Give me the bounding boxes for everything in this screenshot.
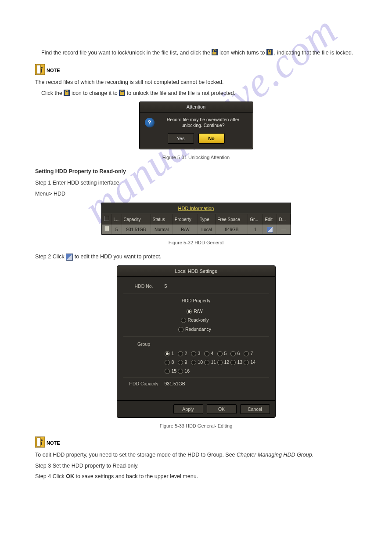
radio-group-10[interactable]: 10 — [191, 359, 204, 366]
checkbox-header[interactable] — [102, 214, 112, 225]
svg-rect-7 — [41, 69, 42, 73]
radio-group-5[interactable]: 5 — [217, 350, 230, 357]
radio-group-14[interactable]: 14 — [244, 359, 257, 366]
figure-caption: Figure 5-32 HDD General — [35, 239, 357, 247]
apply-button[interactable]: Apply — [173, 404, 203, 414]
lock-open-icon — [212, 49, 218, 55]
note-text: To edit HDD property, you need to set th… — [35, 451, 357, 459]
ok-button[interactable]: OK — [207, 404, 237, 414]
radio-readonly[interactable]: Read-only — [181, 317, 209, 324]
row-checkbox[interactable] — [102, 225, 112, 234]
radio-group-6[interactable]: 6 — [230, 350, 244, 357]
note-text: The record files of which the recording … — [35, 78, 357, 87]
dialog-message: Record file may be overwritten after unl… — [159, 117, 248, 129]
local-hdd-settings-dialog: Local HDD Settings HDD No.5 HDD Property… — [117, 265, 276, 418]
svg-rect-12 — [120, 92, 124, 95]
radio-group-7[interactable]: 7 — [244, 350, 257, 357]
radio-group-11[interactable]: 11 — [204, 359, 217, 366]
svg-point-15 — [41, 439, 43, 441]
step: Step 3 Set the HDD property to Read-only… — [35, 462, 357, 470]
menu-path: Menu> HDD — [35, 190, 357, 198]
step: Step 4 Click OK to save settings and bac… — [35, 472, 357, 481]
svg-rect-3 — [268, 52, 271, 54]
step: Step 1 Enter HDD setting interface. — [35, 179, 357, 187]
table-header-row: L... Capacity Status Property Type Free … — [102, 214, 291, 225]
step: Step 2 Click to edit the HDD you want to… — [35, 253, 357, 261]
radio-group-3[interactable]: 3 — [191, 350, 204, 357]
radio-group-1[interactable]: 1 — [165, 350, 178, 357]
radio-group-15[interactable]: 15 — [165, 368, 178, 375]
svg-rect-1 — [212, 52, 216, 54]
edit-icon[interactable] — [263, 225, 277, 234]
hdd-capacity-label: HDD Capacity — [123, 381, 165, 388]
instruction: Click the icon to change it to to unlock… — [41, 89, 357, 98]
radio-group-12[interactable]: 12 — [217, 359, 230, 366]
hdd-no-label: HDD No. — [123, 283, 165, 290]
delete-icon[interactable]: — — [277, 225, 290, 234]
edit-icon — [66, 253, 73, 261]
question-icon: ? — [145, 118, 155, 127]
header-rule — [35, 31, 357, 31]
group-label: Group — [123, 341, 165, 348]
svg-text:NOTE: NOTE — [47, 440, 60, 446]
section-heading: Setting HDD Property to Read-only — [35, 168, 126, 174]
hdd-capacity-value: 931.51GB — [165, 381, 185, 388]
panel-title: HDD Information — [102, 203, 291, 214]
hdd-no-value: 5 — [165, 283, 167, 290]
radio-group-4[interactable]: 4 — [204, 350, 217, 357]
svg-rect-14 — [37, 438, 40, 446]
radio-group-16[interactable]: 16 — [178, 368, 191, 375]
hdd-info-panel: HDD Information L... Capacity Status Pro… — [101, 203, 291, 235]
table-row[interactable]: 5 931.51GB Normal R/W Local 846GB 1 — — [102, 225, 291, 234]
instruction: Find the record file you want to lock/un… — [41, 49, 357, 57]
lock-closed-icon — [266, 49, 273, 55]
dialog-title: Attention — [140, 102, 253, 112]
hdd-property-label: HDD Property — [123, 297, 269, 305]
svg-rect-5 — [37, 65, 40, 74]
radio-redundancy[interactable]: Redundancy — [178, 326, 211, 333]
radio-rw[interactable]: R/W — [187, 308, 202, 315]
svg-text:NOTE: NOTE — [47, 68, 60, 73]
attention-dialog: Attention ? Record file may be overwritt… — [139, 102, 253, 149]
figure-caption: Figure 5-33 HDD General- Editing — [35, 422, 357, 430]
lock-closed-icon — [64, 90, 70, 96]
figure-caption: Figure 5-31 Unlocking Attention — [35, 154, 357, 161]
radio-group-8[interactable]: 8 — [165, 359, 178, 366]
no-button[interactable]: No — [198, 133, 225, 144]
radio-group-9[interactable]: 9 — [178, 359, 191, 366]
note-icon: NOTE — [35, 63, 61, 76]
radio-group-13[interactable]: 13 — [230, 359, 244, 366]
lock-open-icon — [119, 90, 125, 96]
cancel-button[interactable]: Cancel — [240, 404, 270, 414]
svg-point-6 — [41, 67, 43, 69]
yes-button[interactable]: Yes — [168, 133, 194, 144]
dialog-title: Local HDD Settings — [117, 266, 275, 277]
svg-rect-16 — [41, 442, 42, 445]
radio-group-2[interactable]: 2 — [178, 350, 191, 357]
svg-rect-10 — [65, 92, 68, 95]
note-icon: NOTE — [35, 436, 61, 448]
